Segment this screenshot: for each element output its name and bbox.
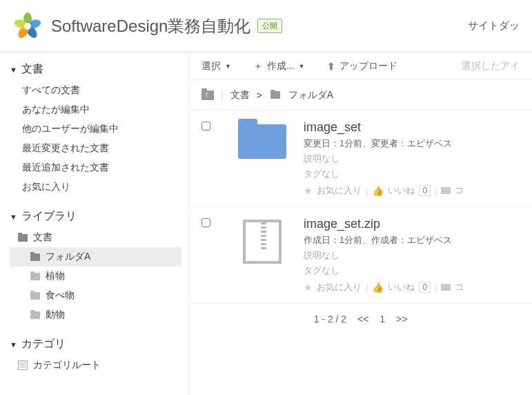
document-list: image_set 変更日：1分前、変更者：エビザベス 説明なし タグなし ★ …: [189, 110, 532, 304]
sidebar-item-all-docs[interactable]: すべての文書: [10, 81, 181, 100]
main: ▼ 文書 すべての文書 あなたが編集中 他のユーザーが編集中 最近変更された文書…: [0, 52, 532, 395]
folder-icon: [270, 91, 280, 99]
plus-icon: ＋: [253, 60, 263, 73]
favorite-button[interactable]: お気に入り: [317, 281, 362, 293]
collapse-icon: ▼: [10, 213, 17, 221]
favorite-button[interactable]: お気に入り: [317, 184, 362, 197]
row-checkbox[interactable]: [201, 122, 210, 131]
thumbs-up-icon[interactable]: 👍: [372, 282, 384, 293]
pager-next[interactable]: >>: [396, 314, 407, 325]
like-button[interactable]: いいね: [388, 281, 415, 293]
star-icon[interactable]: ★: [304, 185, 313, 196]
breadcrumb: | 文書 > フォルダA: [189, 80, 532, 110]
list-item: image_set.zip 作成日：1分前、作成者：エビザベス 説明なし タグな…: [189, 207, 532, 304]
sidebar-heading-label: ライブラリ: [21, 209, 77, 224]
breadcrumb-root[interactable]: 文書: [230, 89, 250, 102]
collapse-icon: ▼: [10, 340, 17, 349]
upload-icon: ⬆: [327, 61, 335, 72]
sidebar-heading-label: カテゴリ: [21, 337, 66, 351]
library-folder-food[interactable]: 食べ物: [10, 286, 181, 305]
button-label: 選択: [201, 60, 221, 73]
folder-icon: [30, 273, 40, 280]
up-folder-icon[interactable]: [201, 90, 214, 100]
library-root[interactable]: 文書: [10, 228, 181, 247]
comment-icon[interactable]: [441, 187, 451, 194]
visibility-badge: 公開: [257, 19, 282, 33]
item-thumbnail[interactable]: [221, 217, 304, 293]
item-meta: 変更日：1分前、変更者：エビザベス: [304, 137, 532, 150]
folder-icon: [18, 234, 28, 242]
row-checkbox[interactable]: [201, 218, 210, 227]
library-folder-a[interactable]: フォルダA: [10, 247, 181, 267]
sidebar-item-editing-by-others[interactable]: 他のユーザーが編集中: [10, 119, 181, 139]
comment-icon[interactable]: [441, 284, 451, 291]
item-description: 説明なし: [304, 249, 532, 262]
app-logo-icon: [12, 11, 43, 41]
sidebar-group-category: ▼ カテゴリ カテゴリルート: [10, 337, 181, 375]
item-title[interactable]: image_set.zip: [304, 217, 532, 231]
item-description: 説明なし: [304, 153, 532, 165]
upload-button[interactable]: ⬆ アップロード: [327, 60, 397, 73]
library-label: 文書: [33, 231, 52, 244]
folder-icon: [238, 124, 286, 159]
library-label: 動物: [46, 309, 65, 321]
select-button[interactable]: 選択 ▼: [201, 60, 231, 73]
comment-button[interactable]: コ: [455, 281, 464, 293]
pager-prev[interactable]: <<: [357, 314, 368, 325]
sidebar: ▼ 文書 すべての文書 あなたが編集中 他のユーザーが編集中 最近変更された文書…: [0, 52, 189, 395]
like-count: 0: [419, 282, 431, 293]
content: 選択 ▼ ＋ 作成... ▼ ⬆ アップロード 選択したアイ | 文書 > フォ…: [189, 52, 532, 395]
pager-range: 1 - 2 / 2: [314, 314, 346, 325]
library-folder-animals[interactable]: 動物: [10, 305, 181, 325]
thumbs-up-icon[interactable]: 👍: [372, 185, 384, 196]
folder-icon: [30, 292, 40, 300]
like-count: 0: [419, 185, 431, 196]
library-label: 食べ物: [46, 289, 75, 302]
button-label: 作成...: [267, 60, 295, 73]
library-label: 植物: [46, 270, 65, 282]
category-icon: [18, 360, 28, 370]
category-root[interactable]: カテゴリルート: [10, 356, 181, 375]
folder-icon: [30, 253, 40, 261]
item-actions: ★ お気に入り | 👍 いいね 0 | コ: [304, 184, 532, 197]
library-label: フォルダA: [46, 251, 90, 263]
caret-down-icon: ▼: [225, 63, 231, 70]
item-meta: 作成日：1分前、作成者：エビザベス: [304, 234, 532, 247]
sidebar-item-editing-by-you[interactable]: あなたが編集中: [10, 100, 181, 119]
selected-items-button: 選択したアイ: [462, 60, 520, 73]
comment-button[interactable]: コ: [455, 184, 464, 197]
site-title[interactable]: SoftwareDesign業務自動化: [51, 15, 250, 37]
pager: 1 - 2 / 2 << 1 >>: [189, 304, 532, 334]
sidebar-item-recently-added[interactable]: 最近追加された文書: [10, 158, 181, 177]
sidebar-heading-label: 文書: [21, 62, 43, 77]
sidebar-heading-documents[interactable]: ▼ 文書: [10, 62, 181, 77]
item-tags: タグなし: [304, 264, 532, 277]
sidebar-group-documents: ▼ 文書 すべての文書 あなたが編集中 他のユーザーが編集中 最近変更された文書…: [10, 62, 181, 197]
sidebar-group-library: ▼ ライブラリ 文書 フォルダA 植物 食べ物 動物: [10, 209, 181, 325]
site-dashboard-link[interactable]: サイトダッ: [468, 19, 520, 32]
item-tags: タグなし: [304, 168, 532, 180]
folder-icon: [30, 311, 40, 319]
item-title[interactable]: image_set: [304, 120, 532, 135]
create-button[interactable]: ＋ 作成... ▼: [253, 60, 305, 73]
sidebar-item-favorites[interactable]: お気に入り: [10, 177, 181, 197]
button-label: 選択したアイ: [462, 60, 520, 73]
library-folder-plants[interactable]: 植物: [10, 267, 181, 286]
toolbar: 選択 ▼ ＋ 作成... ▼ ⬆ アップロード 選択したアイ: [189, 52, 532, 80]
sidebar-item-recently-modified[interactable]: 最近変更された文書: [10, 139, 181, 158]
collapse-icon: ▼: [10, 66, 17, 74]
header: SoftwareDesign業務自動化 公開 サイトダッ: [0, 0, 532, 52]
breadcrumb-current: フォルダA: [288, 89, 333, 102]
breadcrumb-separator: >: [257, 90, 262, 101]
sidebar-heading-library[interactable]: ▼ ライブラリ: [10, 209, 181, 224]
button-label: アップロード: [339, 60, 397, 73]
item-thumbnail[interactable]: [221, 120, 304, 197]
star-icon[interactable]: ★: [304, 282, 313, 293]
sidebar-heading-category[interactable]: ▼ カテゴリ: [10, 337, 181, 351]
category-label: カテゴリルート: [33, 359, 101, 372]
svg-point-5: [24, 23, 31, 30]
item-actions: ★ お気に入り | 👍 いいね 0 | コ: [304, 281, 532, 293]
list-item: image_set 変更日：1分前、変更者：エビザベス 説明なし タグなし ★ …: [189, 110, 532, 207]
like-button[interactable]: いいね: [388, 184, 415, 197]
pager-page: 1: [380, 314, 385, 325]
